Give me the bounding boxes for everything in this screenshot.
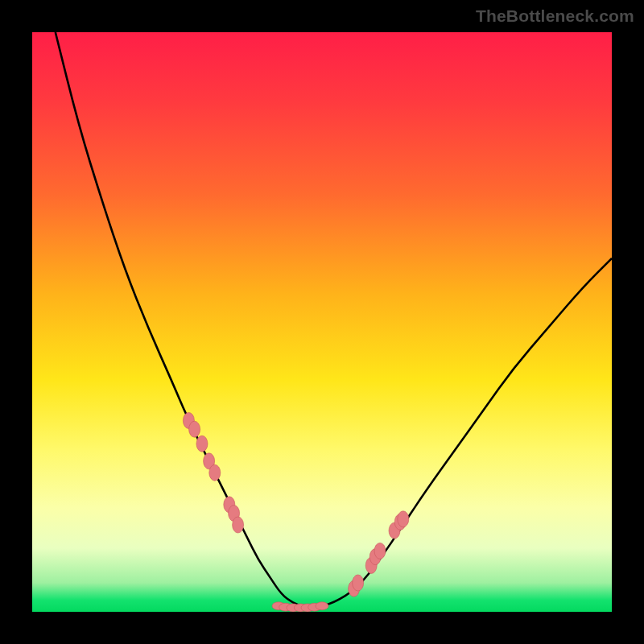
- data-marker: [316, 602, 328, 610]
- data-marker: [398, 511, 409, 527]
- data-marker: [353, 575, 364, 591]
- data-marker: [209, 464, 221, 481]
- marker-cluster-left: [183, 412, 243, 533]
- data-marker: [374, 543, 386, 559]
- data-marker: [233, 517, 244, 533]
- data-marker: [189, 421, 200, 437]
- chart-svg: [32, 32, 612, 612]
- marker-cluster-bottom: [272, 602, 328, 612]
- marker-cluster-right: [349, 511, 409, 597]
- data-marker: [196, 436, 208, 452]
- plot-area: [32, 32, 612, 612]
- chart-frame: TheBottleneck.com: [0, 0, 644, 644]
- watermark-text: TheBottleneck.com: [476, 6, 634, 26]
- bottleneck-curve: [56, 32, 612, 607]
